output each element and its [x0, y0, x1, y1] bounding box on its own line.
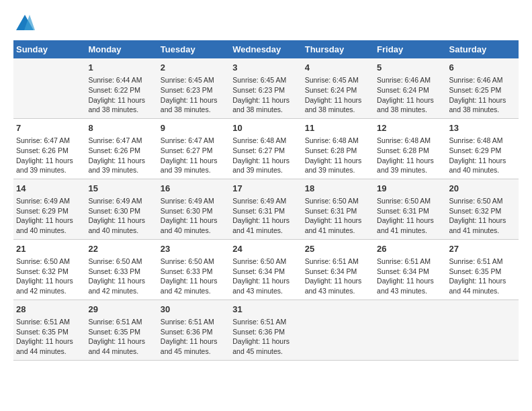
calendar-cell: 2Sunrise: 6:45 AM Sunset: 6:23 PM Daylig… — [158, 58, 230, 118]
calendar-cell: 6Sunrise: 6:46 AM Sunset: 6:25 PM Daylig… — [447, 58, 519, 118]
day-number: 26 — [377, 243, 443, 255]
calendar-week-row: 28Sunrise: 6:51 AM Sunset: 6:35 PM Dayli… — [13, 300, 519, 360]
day-info: Sunrise: 6:51 AM Sunset: 6:35 PM Dayligh… — [16, 317, 83, 357]
day-number: 5 — [377, 62, 443, 74]
calendar-week-row: 7Sunrise: 6:47 AM Sunset: 6:26 PM Daylig… — [13, 118, 519, 179]
calendar-cell — [374, 300, 446, 360]
day-info: Sunrise: 6:50 AM Sunset: 6:33 PM Dayligh… — [161, 257, 227, 296]
day-number: 27 — [449, 243, 516, 255]
calendar-cell: 28Sunrise: 6:51 AM Sunset: 6:35 PM Dayli… — [13, 300, 85, 360]
day-number: 24 — [232, 243, 299, 255]
day-info: Sunrise: 6:49 AM Sunset: 6:30 PM Dayligh… — [161, 196, 227, 236]
calendar-cell — [447, 300, 519, 360]
calendar-cell — [13, 58, 85, 118]
weekday-header-cell: Tuesday — [158, 40, 230, 58]
calendar-cell: 3Sunrise: 6:45 AM Sunset: 6:23 PM Daylig… — [230, 58, 302, 118]
calendar-cell: 8Sunrise: 6:47 AM Sunset: 6:26 PM Daylig… — [85, 118, 157, 179]
day-number: 10 — [232, 122, 299, 134]
day-info: Sunrise: 6:50 AM Sunset: 6:33 PM Dayligh… — [88, 257, 154, 296]
calendar-cell: 23Sunrise: 6:50 AM Sunset: 6:33 PM Dayli… — [158, 239, 230, 300]
calendar-table: SundayMondayTuesdayWednesdayThursdayFrid… — [13, 40, 519, 361]
calendar-cell: 31Sunrise: 6:51 AM Sunset: 6:36 PM Dayli… — [230, 300, 302, 360]
day-info: Sunrise: 6:51 AM Sunset: 6:34 PM Dayligh… — [305, 257, 371, 296]
day-info: Sunrise: 6:48 AM Sunset: 6:27 PM Dayligh… — [232, 136, 299, 175]
day-number: 21 — [16, 243, 83, 255]
calendar-cell: 21Sunrise: 6:50 AM Sunset: 6:32 PM Dayli… — [13, 239, 85, 300]
calendar-cell: 15Sunrise: 6:49 AM Sunset: 6:30 PM Dayli… — [85, 179, 157, 239]
day-number: 22 — [88, 243, 154, 255]
day-number: 25 — [305, 243, 371, 255]
day-info: Sunrise: 6:49 AM Sunset: 6:30 PM Dayligh… — [88, 196, 154, 236]
day-info: Sunrise: 6:51 AM Sunset: 6:34 PM Dayligh… — [377, 257, 443, 296]
day-info: Sunrise: 6:51 AM Sunset: 6:35 PM Dayligh… — [88, 317, 154, 357]
calendar-cell: 16Sunrise: 6:49 AM Sunset: 6:30 PM Dayli… — [158, 179, 230, 239]
calendar-cell: 4Sunrise: 6:45 AM Sunset: 6:24 PM Daylig… — [302, 58, 374, 118]
logo — [13, 13, 35, 34]
day-number: 30 — [161, 304, 227, 316]
day-info: Sunrise: 6:47 AM Sunset: 6:27 PM Dayligh… — [161, 136, 227, 175]
logo-text — [13, 13, 35, 34]
day-info: Sunrise: 6:50 AM Sunset: 6:32 PM Dayligh… — [449, 196, 516, 236]
day-info: Sunrise: 6:45 AM Sunset: 6:24 PM Dayligh… — [305, 75, 371, 115]
day-info: Sunrise: 6:45 AM Sunset: 6:23 PM Dayligh… — [161, 75, 227, 115]
calendar-cell: 24Sunrise: 6:50 AM Sunset: 6:34 PM Dayli… — [230, 239, 302, 300]
day-info: Sunrise: 6:46 AM Sunset: 6:24 PM Dayligh… — [377, 75, 443, 115]
calendar-cell: 27Sunrise: 6:51 AM Sunset: 6:35 PM Dayli… — [447, 239, 519, 300]
calendar-cell: 12Sunrise: 6:48 AM Sunset: 6:28 PM Dayli… — [374, 118, 446, 179]
calendar-week-row: 1Sunrise: 6:44 AM Sunset: 6:22 PM Daylig… — [13, 58, 519, 118]
calendar-cell: 7Sunrise: 6:47 AM Sunset: 6:26 PM Daylig… — [13, 118, 85, 179]
day-number: 8 — [88, 122, 154, 134]
day-info: Sunrise: 6:50 AM Sunset: 6:31 PM Dayligh… — [305, 196, 371, 236]
day-number: 1 — [88, 62, 154, 74]
day-number: 31 — [232, 304, 299, 316]
day-number: 2 — [161, 62, 227, 74]
calendar-cell: 18Sunrise: 6:50 AM Sunset: 6:31 PM Dayli… — [302, 179, 374, 239]
day-number: 13 — [449, 122, 516, 134]
calendar-cell — [302, 300, 374, 360]
day-info: Sunrise: 6:47 AM Sunset: 6:26 PM Dayligh… — [16, 136, 83, 175]
weekday-header-cell: Saturday — [447, 40, 519, 58]
calendar-cell: 26Sunrise: 6:51 AM Sunset: 6:34 PM Dayli… — [374, 239, 446, 300]
day-number: 23 — [161, 243, 227, 255]
day-info: Sunrise: 6:49 AM Sunset: 6:31 PM Dayligh… — [232, 196, 299, 236]
day-info: Sunrise: 6:47 AM Sunset: 6:26 PM Dayligh… — [88, 136, 154, 175]
day-number: 29 — [88, 304, 154, 316]
day-number: 11 — [305, 122, 371, 134]
day-info: Sunrise: 6:46 AM Sunset: 6:25 PM Dayligh… — [449, 75, 516, 115]
day-number: 7 — [16, 122, 83, 134]
weekday-header-cell: Monday — [85, 40, 157, 58]
calendar-cell: 5Sunrise: 6:46 AM Sunset: 6:24 PM Daylig… — [374, 58, 446, 118]
weekday-header-cell: Thursday — [302, 40, 374, 58]
day-number: 3 — [232, 62, 299, 74]
day-info: Sunrise: 6:49 AM Sunset: 6:29 PM Dayligh… — [16, 196, 83, 236]
day-number: 14 — [16, 183, 83, 195]
calendar-cell: 22Sunrise: 6:50 AM Sunset: 6:33 PM Dayli… — [85, 239, 157, 300]
calendar-week-row: 14Sunrise: 6:49 AM Sunset: 6:29 PM Dayli… — [13, 179, 519, 239]
day-number: 9 — [161, 122, 227, 134]
day-info: Sunrise: 6:50 AM Sunset: 6:32 PM Dayligh… — [16, 257, 83, 296]
day-info: Sunrise: 6:50 AM Sunset: 6:34 PM Dayligh… — [232, 257, 299, 296]
day-number: 28 — [16, 304, 83, 316]
calendar-header: SundayMondayTuesdayWednesdayThursdayFrid… — [13, 40, 519, 58]
day-number: 16 — [161, 183, 227, 195]
day-info: Sunrise: 6:51 AM Sunset: 6:35 PM Dayligh… — [449, 257, 516, 296]
day-number: 17 — [232, 183, 299, 195]
calendar-cell: 25Sunrise: 6:51 AM Sunset: 6:34 PM Dayli… — [302, 239, 374, 300]
day-number: 19 — [377, 183, 443, 195]
calendar-cell: 9Sunrise: 6:47 AM Sunset: 6:27 PM Daylig… — [158, 118, 230, 179]
calendar-cell: 1Sunrise: 6:44 AM Sunset: 6:22 PM Daylig… — [85, 58, 157, 118]
calendar-cell: 29Sunrise: 6:51 AM Sunset: 6:35 PM Dayli… — [85, 300, 157, 360]
day-number: 6 — [449, 62, 516, 74]
day-number: 12 — [377, 122, 443, 134]
day-info: Sunrise: 6:50 AM Sunset: 6:31 PM Dayligh… — [377, 196, 443, 236]
day-info: Sunrise: 6:48 AM Sunset: 6:29 PM Dayligh… — [449, 136, 516, 175]
calendar-cell: 17Sunrise: 6:49 AM Sunset: 6:31 PM Dayli… — [230, 179, 302, 239]
day-number: 15 — [88, 183, 154, 195]
calendar-cell: 11Sunrise: 6:48 AM Sunset: 6:28 PM Dayli… — [302, 118, 374, 179]
logo-icon — [15, 13, 35, 34]
calendar-body: 1Sunrise: 6:44 AM Sunset: 6:22 PM Daylig… — [13, 58, 519, 360]
day-info: Sunrise: 6:51 AM Sunset: 6:36 PM Dayligh… — [161, 317, 227, 357]
calendar-cell: 14Sunrise: 6:49 AM Sunset: 6:29 PM Dayli… — [13, 179, 85, 239]
day-info: Sunrise: 6:48 AM Sunset: 6:28 PM Dayligh… — [377, 136, 443, 175]
calendar-week-row: 21Sunrise: 6:50 AM Sunset: 6:32 PM Dayli… — [13, 239, 519, 300]
